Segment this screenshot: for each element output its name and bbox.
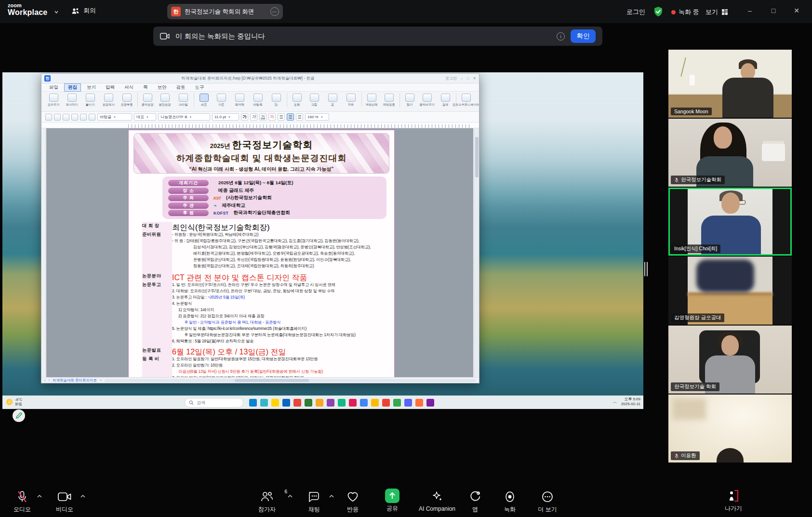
taskbar-app-icon[interactable] [293,399,301,407]
view-button[interactable]: 보기 [706,8,728,16]
open-doc-icon[interactable] [54,114,61,121]
font-color-button[interactable]: 가 [268,113,276,121]
ai-companion-button[interactable]: AI Companion [411,490,464,512]
new-doc-icon[interactable] [45,114,52,121]
hwp-document-tab[interactable]: 하계학술대회 준비회의자료 [53,378,97,383]
hwp-menu-item[interactable]: 편집 [64,83,81,92]
hwp-toolbar-button[interactable]: 문단모양 [156,93,174,107]
hwp-horizontal-scrollbar[interactable] [105,379,476,382]
taskbar-app-icon[interactable] [282,399,290,407]
hwp-toolbar-button[interactable]: 그림 [305,93,323,107]
taskbar-app-icon[interactable] [371,399,379,407]
tab-prev-icon[interactable]: ‹ [44,378,46,382]
taskbar-weather-widget[interactable]: -8°C 맑음 [6,397,22,407]
participant-tile[interactable]: 한국정보기술학회 [668,119,792,187]
hwp-toolbar-button[interactable]: 오피스커뮤니케이터 [456,93,474,107]
participant-tile[interactable]: 이용환 [668,395,792,463]
tray-expand-icon[interactable]: ︿ [613,399,617,405]
hwp-toolbar-button[interactable]: 단 [267,93,285,107]
tab-meeting[interactable]: 회의 [71,6,96,15]
hwp-toolbar-button[interactable]: 도형 [287,93,305,107]
hwp-menu-item[interactable]: 입력 [102,83,119,92]
align-justify-button[interactable]: ☰ [287,113,294,121]
taskbar-app-icon[interactable] [426,399,434,407]
taskbar-app-icon[interactable] [393,399,401,407]
document-page[interactable]: 2025년 한국정보기술학회 하계종합학술대회 및 대학생논문경진대회 “AI … [128,130,395,377]
security-shield-icon[interactable] [653,6,664,17]
hwp-toolbar-button[interactable]: 오려두기 [44,93,63,107]
hwp-menu-item[interactable]: 도구 [191,83,208,92]
hwp-toolbar-button[interactable]: 글자모양 [137,93,156,107]
hwp-scrollbar[interactable] [474,128,479,377]
zoom-level-select[interactable]: 160 %▼ [305,113,329,121]
redo-icon[interactable] [89,114,95,121]
hwp-toolbar-button[interactable]: 스타일 [174,93,192,107]
tab-next-icon[interactable]: › [49,378,50,382]
hwp-toolbar-button[interactable]: 글자바꾸기 [418,93,436,107]
taskbar-app-icon[interactable] [260,399,268,407]
italic-button[interactable]: 가 [250,113,257,121]
audio-options-chevron[interactable] [37,494,42,498]
hwp-toolbar-button[interactable]: 조판부호 [118,93,136,107]
align-center-button[interactable]: ☰ [296,113,303,121]
print-icon[interactable] [71,114,78,121]
audio-button[interactable]: 오디오 [10,490,35,514]
chat-button[interactable]: 채팅 [303,490,326,514]
hwp-toolbar-button[interactable]: 개체보호 [380,93,398,107]
taskbar-app-icon[interactable] [338,399,346,407]
hwp-toolbar-button[interactable]: 쪽여백 [230,93,249,107]
hwp-toolbar-button[interactable]: 가로 [212,93,230,107]
align-left-button[interactable]: ☰ [278,113,285,121]
taskbar-app-icon[interactable] [382,399,390,407]
font-size-select[interactable]: 11.0 pt▼ [212,113,239,121]
taskbar-app-icon[interactable] [249,399,257,407]
add-tab-icon[interactable]: + [100,378,102,382]
participant-tile[interactable]: 한국정보기술 학회 [668,326,792,394]
minimize-button[interactable]: – [745,7,755,14]
participants-button[interactable]: 6 참가자 [252,490,282,514]
tab-shared-screen[interactable]: 한 한국정보기술 학회의 화면 ⋯ [167,4,283,19]
style-select[interactable]: 바탕글▼ [97,113,132,121]
hwp-toolbar-button[interactable]: 개체선택 [361,93,380,107]
hwp-toolbar-button[interactable]: 모양복사 [99,93,118,107]
taskbar-app-icon[interactable] [404,399,412,407]
more-button[interactable]: 더 보기 [533,490,562,514]
hwp-login-button[interactable]: 로그인 [445,76,457,81]
font-select[interactable]: 나눔명조OTF B▼ [158,113,210,121]
taskbar-app-icon[interactable] [305,399,312,407]
hwp-maximize-button[interactable]: □ [466,76,469,81]
hwp-minimize-button[interactable]: – [461,76,463,81]
hwp-menu-item[interactable]: 파일 [45,83,62,92]
hwp-close-button[interactable]: ✕ [473,76,476,81]
language-select[interactable]: 대표▼ [134,113,156,121]
taskbar-app-icon[interactable] [415,399,423,407]
taskbar-app-icon[interactable] [327,399,334,407]
hwp-toolbar-button[interactable]: 붙이기 [81,93,99,107]
record-button[interactable]: 녹화 [498,490,521,514]
taskbar-search-box[interactable]: 검색 [185,398,243,408]
leave-button[interactable]: 나가기 [719,489,748,513]
hwp-toolbar-button[interactable]: 표 [323,93,342,107]
maximize-button[interactable]: □ [769,7,778,14]
annotate-button[interactable] [13,409,25,422]
share-button[interactable]: 공유 [381,489,404,513]
hwp-toolbar-button[interactable]: 검색 [436,93,454,107]
participant-tile[interactable]: Insik[인식] Choi[최] [668,188,792,256]
hwp-menu-item[interactable]: 서식 [120,83,137,92]
chat-options-chevron[interactable] [329,494,334,498]
participants-options-chevron[interactable] [287,494,293,498]
taskbar-app-icon[interactable] [349,399,357,407]
apps-button[interactable]: 앱 [466,490,485,514]
undo-icon[interactable] [80,114,87,121]
taskbar-app-icon[interactable] [360,399,368,407]
underline-button[interactable]: 가 [259,113,266,121]
participant-tile[interactable]: Sangook Moon [668,50,792,118]
taskbar-app-icon[interactable] [271,399,279,407]
hwp-toolbar-button[interactable]: 차트 [342,93,360,107]
hwp-toolbar-button[interactable]: 복사하기 [63,93,81,107]
bold-button[interactable]: 가 [241,113,248,121]
login-button[interactable]: 로그인 [626,8,645,16]
hwp-toolbar-button[interactable]: 세로 [194,93,212,107]
hwp-toolbar-button[interactable]: 바탕쪽 [249,93,267,107]
panel-resize-handle[interactable] [644,262,648,276]
